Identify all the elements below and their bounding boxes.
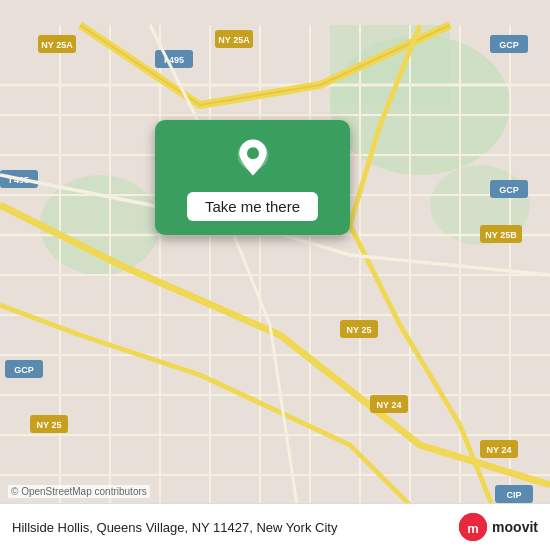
location-text: Hillside Hollis, Queens Village, NY 1142… xyxy=(12,520,458,535)
svg-point-55 xyxy=(247,147,259,159)
svg-text:NY 25A: NY 25A xyxy=(218,35,250,45)
moovit-text-label: moovit xyxy=(492,519,538,535)
svg-text:GCP: GCP xyxy=(14,365,34,375)
bottom-bar: Hillside Hollis, Queens Village, NY 1142… xyxy=(0,503,550,550)
osm-credit: © OpenStreetMap contributors xyxy=(8,485,150,498)
location-card: Take me there xyxy=(155,120,350,235)
svg-text:NY 24: NY 24 xyxy=(487,445,512,455)
map-container: I 495 NY 25A NY 25A GCP GCP NY 25B I 495… xyxy=(0,0,550,550)
map-background: I 495 NY 25A NY 25A GCP GCP NY 25B I 495… xyxy=(0,0,550,550)
svg-text:GCP: GCP xyxy=(499,40,519,50)
svg-text:m: m xyxy=(467,521,479,536)
svg-text:CIP: CIP xyxy=(506,490,521,500)
svg-text:NY 24: NY 24 xyxy=(377,400,402,410)
take-me-there-button[interactable]: Take me there xyxy=(187,192,318,221)
moovit-logo-icon: m xyxy=(458,512,488,542)
svg-text:NY 25: NY 25 xyxy=(37,420,62,430)
svg-text:NY 25A: NY 25A xyxy=(41,40,73,50)
location-pin-icon xyxy=(229,136,277,184)
svg-text:GCP: GCP xyxy=(499,185,519,195)
moovit-logo[interactable]: m moovit xyxy=(458,512,538,542)
svg-text:NY 25B: NY 25B xyxy=(485,230,517,240)
svg-text:NY 25: NY 25 xyxy=(347,325,372,335)
svg-point-2 xyxy=(40,175,160,275)
